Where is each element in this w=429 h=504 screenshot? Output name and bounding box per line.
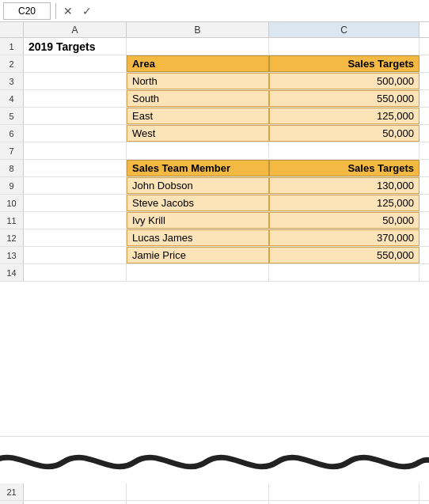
cell-12-a[interactable] [24, 229, 127, 246]
cell-9-b[interactable]: John Dobson [127, 177, 269, 194]
cell-21-c[interactable] [269, 483, 420, 500]
cell-7-a[interactable] [24, 142, 127, 159]
table-row: 22 [0, 501, 429, 504]
cell-1-c[interactable] [269, 38, 420, 55]
row-num-7: 7 [0, 142, 24, 159]
row-num-4: 4 [0, 90, 24, 107]
row-num-14: 14 [0, 264, 24, 281]
cell-3-b[interactable]: North [127, 73, 269, 89]
confirm-icon[interactable]: ✓ [80, 5, 94, 17]
row-num-21: 21 [0, 483, 24, 500]
cell-4-b[interactable]: South [127, 90, 269, 107]
cell-2-c[interactable]: Sales Targets [269, 55, 420, 72]
cell-6-b[interactable]: West [127, 125, 269, 142]
row-num-11: 11 [0, 212, 24, 229]
row-num-2: 2 [0, 55, 24, 72]
cell-14-a[interactable] [24, 264, 127, 281]
cancel-icon[interactable]: ✕ [61, 5, 75, 17]
cell-3-a[interactable] [24, 73, 127, 89]
table-row: 21 [0, 483, 429, 501]
cell-8-c[interactable]: Sales Targets [269, 160, 420, 176]
table-row: 5East125,000 [0, 108, 429, 125]
cell-21-a[interactable] [24, 483, 127, 500]
row-number-header [0, 22, 24, 37]
cell-11-c[interactable]: 50,000 [269, 212, 420, 229]
cell-3-c[interactable]: 500,000 [269, 73, 420, 89]
cell-8-b[interactable]: Sales Team Member [127, 160, 269, 176]
row-num-1: 1 [0, 38, 24, 55]
table-row: 11Ivy Krill50,000 [0, 212, 429, 229]
table-row: 12Lucas James370,000 [0, 229, 429, 247]
cell-22-c[interactable] [269, 501, 420, 504]
row-num-12: 12 [0, 229, 24, 246]
cell-reference-box[interactable] [3, 2, 51, 20]
wave-decoration [0, 436, 429, 483]
grid-body: 12019 Targets2AreaSales Targets3North500… [0, 38, 429, 436]
cell-4-a[interactable] [24, 90, 127, 107]
row-num-13: 13 [0, 247, 24, 263]
cell-21-b[interactable] [127, 483, 269, 500]
table-row: 8Sales Team MemberSales Targets [0, 160, 429, 177]
cell-13-b[interactable]: Jamie Price [127, 247, 269, 263]
formula-input[interactable] [107, 2, 426, 20]
cell-4-c[interactable]: 550,000 [269, 90, 420, 107]
column-header-row: A B C [0, 22, 429, 38]
spreadsheet: A B C 12019 Targets2AreaSales Targets3No… [0, 22, 429, 436]
table-row: 14 [0, 264, 429, 282]
table-row: 7 [0, 142, 429, 160]
extra-rows: 21 22 [0, 483, 429, 504]
table-row: 3North500,000 [0, 73, 429, 90]
cell-22-b[interactable] [127, 501, 269, 504]
table-row: 13Jamie Price550,000 [0, 247, 429, 264]
table-row: 9John Dobson130,000 [0, 177, 429, 195]
cell-12-c[interactable]: 370,000 [269, 229, 420, 246]
cell-10-b[interactable]: Steve Jacobs [127, 195, 269, 211]
cell-6-a[interactable] [24, 125, 127, 142]
cell-7-c[interactable] [269, 142, 420, 159]
cell-1-a[interactable]: 2019 Targets [24, 38, 127, 55]
row-num-6: 6 [0, 125, 24, 142]
cell-6-c[interactable]: 50,000 [269, 125, 420, 142]
cell-5-c[interactable]: 125,000 [269, 108, 420, 124]
row-num-5: 5 [0, 108, 24, 124]
cell-10-a[interactable] [24, 195, 127, 211]
cell-9-c[interactable]: 130,000 [269, 177, 420, 194]
col-header-a[interactable]: A [24, 22, 127, 37]
cell-2-b[interactable]: Area [127, 55, 269, 72]
cell-5-a[interactable] [24, 108, 127, 124]
table-row: 2AreaSales Targets [0, 55, 429, 73]
cell-1-b[interactable] [127, 38, 269, 55]
col-header-c[interactable]: C [269, 22, 420, 37]
formula-icons: ✕ ✓ [61, 5, 104, 17]
col-header-b[interactable]: B [127, 22, 269, 37]
table-row: 12019 Targets [0, 38, 429, 55]
table-row: 4South550,000 [0, 90, 429, 108]
row-num-10: 10 [0, 195, 24, 211]
cell-11-b[interactable]: Ivy Krill [127, 212, 269, 229]
cell-7-b[interactable] [127, 142, 269, 159]
row-num-9: 9 [0, 177, 24, 194]
cell-12-b[interactable]: Lucas James [127, 229, 269, 246]
cell-13-a[interactable] [24, 247, 127, 263]
cell-14-b[interactable] [127, 264, 269, 281]
formula-bar: ✕ ✓ [0, 0, 429, 22]
cell-10-c[interactable]: 125,000 [269, 195, 420, 211]
cell-14-c[interactable] [269, 264, 420, 281]
cell-5-b[interactable]: East [127, 108, 269, 124]
cell-8-a[interactable] [24, 160, 127, 176]
cell-22-a[interactable] [24, 501, 127, 504]
table-row: 6West50,000 [0, 125, 429, 142]
cell-9-a[interactable] [24, 177, 127, 194]
row-num-3: 3 [0, 73, 24, 89]
table-row: 10Steve Jacobs125,000 [0, 195, 429, 212]
row-num-22: 22 [0, 501, 24, 504]
cell-13-c[interactable]: 550,000 [269, 247, 420, 263]
formula-divider [55, 3, 56, 19]
cell-11-a[interactable] [24, 212, 127, 229]
row-num-8: 8 [0, 160, 24, 176]
cell-2-a[interactable] [24, 55, 127, 72]
